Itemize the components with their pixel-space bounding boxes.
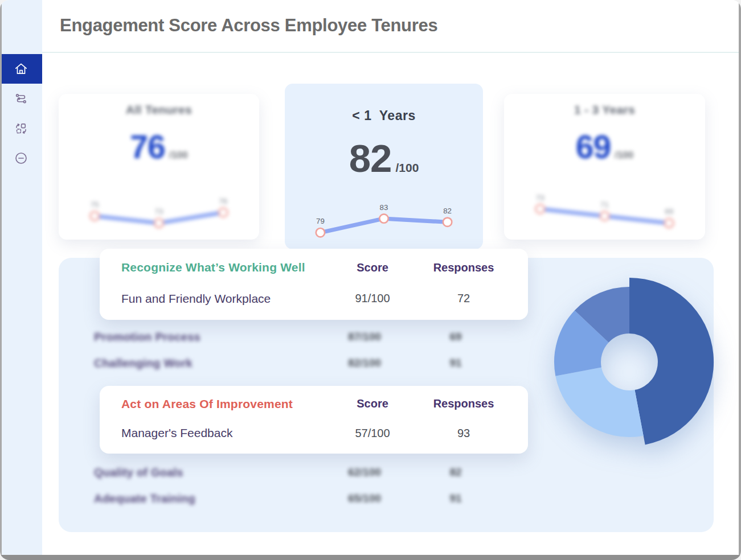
sync-boxes-icon — [14, 121, 28, 136]
tenure-score-denominator: /100 — [169, 150, 188, 161]
row-responses: 69 — [407, 331, 504, 343]
svg-text:83: 83 — [380, 203, 388, 212]
tenure-card-label: < 1 Years — [285, 108, 483, 123]
svg-text:73: 73 — [155, 207, 163, 216]
trend-chart: 737169 — [504, 177, 705, 236]
home-icon — [14, 61, 28, 76]
row-responses: 82 — [407, 466, 504, 479]
tenure-score-denominator: /100 — [395, 161, 419, 175]
tenure-card-content: 1 - 3 Years 69 /100 737169 — [504, 94, 705, 240]
tenure-card-all-tenures[interactable]: All Tenures 76 /100 757376 — [59, 94, 259, 240]
tenure-card-label: All Tenures — [59, 103, 259, 117]
score-column-header: Score — [330, 397, 415, 410]
row-score: 62/100 — [322, 466, 407, 479]
trend-chart: 798382 — [285, 187, 483, 246]
window-edge-bottom — [0, 555, 741, 560]
sidebar-item-remove[interactable] — [0, 143, 42, 173]
working-well-title: Recognize What’s Working Well — [121, 261, 330, 274]
improvement-card[interactable]: Act on Areas Of Improvement Score Respon… — [100, 386, 528, 454]
row-label: Adequate Training — [94, 492, 322, 505]
header: Engagement Score Across Employee Tenures — [42, 0, 741, 53]
improvement-title: Act on Areas Of Improvement — [121, 397, 330, 411]
svg-text:71: 71 — [600, 200, 609, 209]
tenure-score-denominator: /100 — [615, 150, 633, 161]
tenure-card-1-3-years[interactable]: 1 - 3 Years 69 /100 737169 — [504, 94, 705, 240]
row-label: Quality of Goals — [94, 466, 322, 479]
score-column-header: Score — [330, 261, 415, 274]
row-responses: 93 — [415, 427, 512, 440]
rows-bottom: Quality of Goals 62/100 82 Adequate Trai… — [94, 459, 504, 512]
app-window: Engagement Score Across Employee Tenures… — [0, 0, 741, 560]
row-responses: 91 — [407, 357, 504, 369]
responses-column-header: Responses — [415, 261, 512, 274]
tenure-card-content: < 1 Years 82 /100 798382 — [285, 84, 483, 249]
svg-text:73: 73 — [536, 193, 545, 202]
tenure-score-value: 69 — [576, 128, 611, 166]
tenure-card-under-1-year[interactable]: < 1 Years 82 /100 798382 — [285, 84, 483, 249]
window-edge-left — [0, 0, 2, 560]
sidebar-item-home[interactable] — [0, 54, 42, 84]
svg-text:75: 75 — [91, 200, 99, 209]
tenure-score: 69 /100 — [504, 128, 705, 166]
trend-chart: 757376 — [59, 177, 259, 236]
row-score: 65/100 — [322, 492, 407, 505]
row-score: 91/100 — [330, 292, 415, 305]
row-label: Challenging Work — [94, 357, 322, 370]
tenure-card-label: 1 - 3 Years — [504, 103, 705, 117]
table-row[interactable]: Quality of Goals 62/100 82 — [94, 459, 504, 485]
svg-text:79: 79 — [316, 217, 325, 225]
working-well-card[interactable]: Recognize What’s Working Well Score Resp… — [100, 249, 528, 320]
row-responses: 72 — [415, 292, 512, 305]
tenure-score: 76 /100 — [59, 128, 259, 166]
row-label: Manager's Feedback — [121, 426, 330, 440]
insights-panel: Recognize What’s Working Well Score Resp… — [59, 258, 714, 532]
sidebar-item-flows[interactable] — [0, 84, 42, 114]
page-title: Engagement Score Across Employee Tenures — [60, 15, 437, 36]
row-score: 82/100 — [322, 357, 407, 369]
sidebar-item-sync[interactable] — [0, 114, 42, 143]
row-label: Promotion Process — [94, 331, 322, 344]
row-score: 87/100 — [322, 331, 407, 343]
row-responses: 91 — [407, 492, 504, 505]
rows-top: Promotion Process 87/100 69 Challenging … — [94, 324, 504, 376]
donut-chart — [535, 268, 723, 456]
svg-text:76: 76 — [219, 197, 227, 205]
row-label: Fun and Friendly Workplace — [121, 292, 330, 306]
sidebar — [0, 0, 42, 560]
svg-text:82: 82 — [443, 207, 452, 215]
minus-circle-icon — [14, 151, 28, 166]
table-row[interactable]: Promotion Process 87/100 69 — [94, 324, 504, 350]
route-icon — [14, 92, 28, 106]
window-edge-right — [739, 0, 741, 560]
table-row[interactable]: Adequate Training 65/100 91 — [94, 485, 504, 512]
row-score: 57/100 — [330, 427, 415, 440]
tenure-score-value: 82 — [349, 136, 392, 181]
responses-column-header: Responses — [415, 397, 512, 410]
svg-text:69: 69 — [665, 207, 673, 216]
tenure-card-content: All Tenures 76 /100 757376 — [59, 94, 259, 240]
table-row[interactable]: Challenging Work 82/100 91 — [94, 350, 504, 376]
tenure-score: 82 /100 — [285, 136, 483, 181]
tenure-score-value: 76 — [130, 128, 165, 166]
